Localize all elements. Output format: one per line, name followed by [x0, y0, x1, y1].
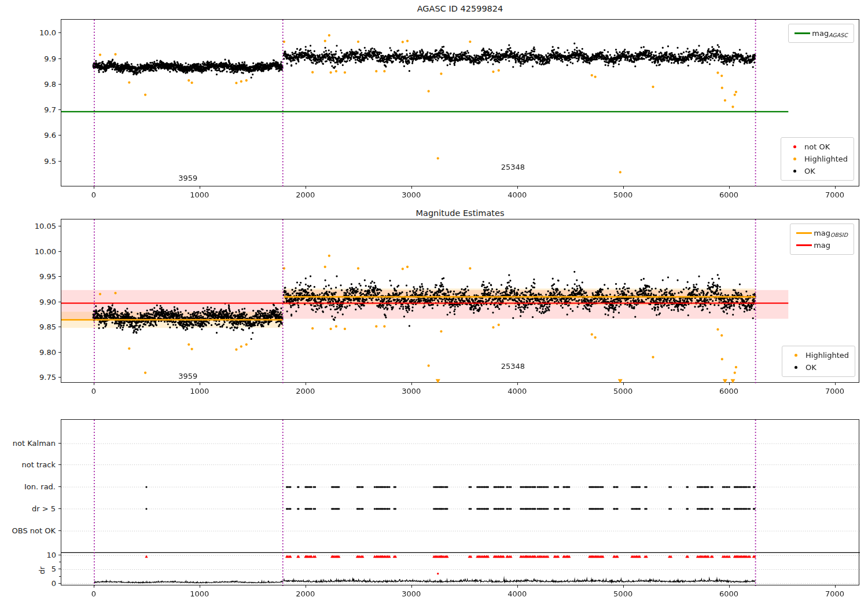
mag-estimates-ytick-label: 9.85: [39, 323, 56, 331]
mag-estimates-ytick-mark: [58, 302, 61, 302]
dot-swatch-icon: [785, 170, 804, 173]
swatch: [796, 244, 812, 246]
mag-estimates-xtick-mark: [94, 383, 94, 385]
agasc-mag-xtick-mark: [729, 186, 730, 189]
mag-estimates-xtick-label: 5000: [613, 387, 632, 395]
mag-estimates-legend-label: mag: [814, 241, 830, 250]
dr-tick-label: 10: [46, 551, 56, 559]
dr-tick-label: 0: [52, 578, 56, 587]
line-swatch-icon: [794, 232, 814, 234]
dot-swatch-icon: [786, 366, 806, 369]
mag-estimates-ytick-mark: [58, 276, 61, 277]
agasc-mag-legend-label: not OK: [804, 142, 830, 151]
mag-estimates-legend-label: Highlighted: [806, 351, 849, 360]
mag-estimates-xtick-mark: [411, 383, 412, 385]
agasc-mag-legend-0: magAGASC: [788, 24, 854, 43]
flag-row-label: not Kalman: [13, 439, 56, 448]
agasc-mag-obsid-annotation: 25348: [501, 162, 525, 171]
dot-swatch-icon: [785, 158, 804, 160]
flag-row-label: Ion. rad.: [24, 482, 56, 491]
mag-estimates-xtick-mark: [200, 383, 200, 385]
dr-tick-mark: [58, 555, 61, 555]
axes-mag-estimates: magOBSIDmagHighlightedOK: [61, 219, 859, 383]
swatch: [793, 145, 796, 148]
agasc-mag-legend-item: magAGASC: [792, 27, 848, 39]
flags-xtick-mark: [623, 585, 624, 588]
agasc-mag-xtick-label: 5000: [613, 191, 632, 199]
dr-tick-label: 5: [52, 565, 56, 573]
mag-estimates-xtick-mark: [517, 383, 518, 385]
flag-row-tick-mark: [58, 443, 61, 444]
mag-estimates-ytick-mark: [58, 251, 61, 252]
swatch: [795, 32, 810, 34]
flags-xtick-label: 1000: [190, 589, 209, 598]
mag-estimates-ytick-mark: [58, 352, 61, 353]
agasc-mag-legend-item: OK: [785, 165, 848, 177]
flag-row-label: OBS not OK: [12, 526, 56, 535]
mag-estimates-xtick-label: 4000: [507, 387, 527, 395]
mag-estimates-xtick-mark: [729, 383, 730, 385]
mag-estimates-legend-label: OK: [806, 363, 816, 372]
mag-estimates-ytick-mark: [58, 226, 61, 226]
mag-estimates-ytick-label: 9.90: [39, 297, 56, 306]
mag-estimates-ytick-label: 9.95: [39, 272, 56, 281]
agasc-mag-ytick-label: 9.5: [44, 156, 56, 165]
agasc-mag-xtick-label: 3000: [402, 191, 421, 199]
agasc-mag-xtick-label: 4000: [507, 191, 527, 199]
agasc-mag-ytick-label: 9.8: [44, 79, 56, 88]
dr-minor-tick-mark: [59, 576, 61, 577]
line-swatch-icon: [792, 32, 812, 34]
dr-tick-mark: [58, 583, 61, 584]
mag-estimates-legend-item: Highlighted: [786, 349, 849, 361]
agasc-mag-xtick-mark: [835, 186, 836, 189]
agasc-mag-xtick-mark: [306, 186, 306, 189]
mag-estimates-xtick-label: 6000: [719, 387, 738, 395]
mag-estimates-xtick-mark: [835, 383, 836, 385]
swatch: [793, 170, 796, 173]
mag-estimates-legend-item: mag: [794, 239, 848, 251]
mag-estimates-xtick-label: 3000: [402, 387, 421, 395]
flag-row-tick-mark: [58, 464, 61, 465]
mag-estimates-plot-canvas: [61, 219, 860, 383]
flag-row-label: dr > 5: [32, 504, 56, 512]
agasc-mag-ytick-mark: [58, 58, 61, 59]
agasc-mag-xtick-mark: [623, 186, 624, 189]
mag-estimates-ytick-label: 10.05: [35, 222, 56, 230]
swatch: [795, 354, 797, 357]
mag-estimates-legend-item: magOBSID: [794, 227, 848, 239]
flag-row-tick-mark: [58, 508, 61, 509]
mag-estimates-xtick-label: 1000: [190, 387, 209, 395]
dot-swatch-icon: [785, 145, 804, 148]
mag-estimates-ytick-label: 9.75: [39, 373, 56, 382]
agasc-mag-legend-item: Highlighted: [785, 153, 848, 165]
flags-xtick-mark: [200, 585, 200, 588]
agasc-mag-ytick-label: 9.6: [44, 131, 56, 140]
agasc-mag-legend-1: not OKHighlightedOK: [781, 137, 854, 181]
agasc-mag-obsid-annotation: 3959: [178, 173, 197, 182]
agasc-mag-ytick-mark: [58, 109, 61, 110]
line-swatch-icon: [794, 244, 814, 246]
agasc-mag-ytick-mark: [58, 32, 61, 33]
agasc-mag-ytick-mark: [58, 84, 61, 85]
flag-row-tick-mark: [58, 486, 61, 487]
agasc-mag-xtick-mark: [517, 186, 518, 189]
flags-xtick-label: 0: [91, 589, 96, 598]
mag-estimates-ytick-mark: [58, 327, 61, 327]
mag-estimates-legend-1: HighlightedOK: [782, 346, 855, 377]
swatch: [795, 366, 797, 369]
mag-estimates-xtick-mark: [623, 383, 624, 385]
dr-tick-mark: [58, 569, 61, 569]
mag-estimates-ytick-label: 9.80: [39, 347, 56, 356]
agasc-mag-xtick-label: 7000: [825, 191, 844, 199]
mag-estimates-xtick-label: 0: [91, 387, 96, 395]
agasc-mag-legend-item: not OK: [785, 141, 848, 153]
flags-plot-canvas: [61, 420, 860, 586]
mag-estimates-legend-item: OK: [786, 361, 849, 373]
flags-xtick-mark: [306, 585, 306, 588]
mag-estimates-legend-0: magOBSIDmag: [790, 224, 854, 255]
flags-xtick-mark: [729, 585, 730, 588]
agasc-mag-ytick-label: 10.0: [39, 28, 56, 37]
agasc-mag-xtick-label: 1000: [190, 191, 209, 199]
mag-estimates-obsid-annotation: 3959: [178, 371, 197, 380]
flags-xtick-label: 3000: [402, 589, 421, 598]
